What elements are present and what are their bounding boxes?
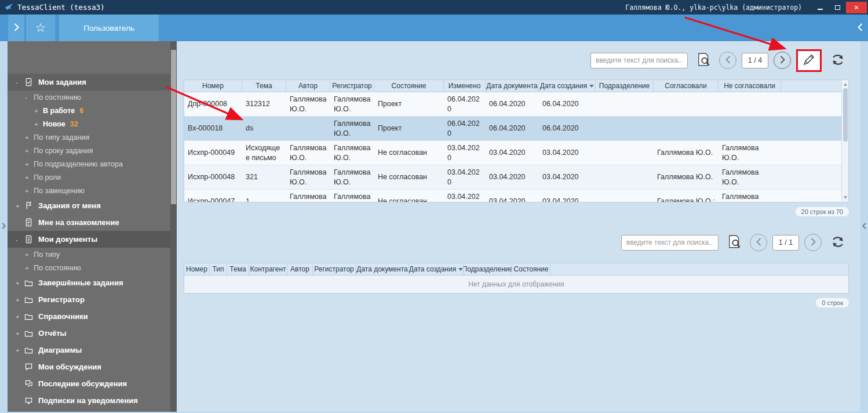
sidebar-item[interactable]: +По типу задания: [8, 131, 177, 144]
expand-marker[interactable]: +: [16, 296, 24, 303]
column-header[interactable]: Автор: [287, 263, 313, 275]
tab-user[interactable]: Пользователь: [59, 15, 159, 41]
scroll-down-icon[interactable]: [844, 196, 847, 199]
table-row[interactable]: Исхпр-000049Исходящее письмоГаллямова Ю.…: [184, 141, 841, 165]
left-splitter-grip[interactable]: [0, 218, 8, 234]
column-header[interactable]: Тема: [242, 80, 286, 92]
header-filler: [550, 263, 848, 275]
topbar: ☆ Пользователь: [0, 15, 868, 41]
expand-menu-button[interactable]: [8, 15, 24, 41]
sidebar-item[interactable]: +Задания от меня: [8, 197, 177, 214]
table-row[interactable]: Исхпр-000048321Галлямова Ю.О.Галлямова Ю…: [184, 165, 841, 190]
column-header[interactable]: Тема: [227, 263, 249, 275]
column-header[interactable]: Тип: [210, 263, 227, 275]
expand-marker[interactable]: +: [25, 251, 34, 258]
column-header[interactable]: Дата документа: [486, 80, 539, 92]
column-header[interactable]: Контрагент: [249, 263, 287, 275]
sidebar-item-label: По типу: [34, 251, 60, 259]
expand-marker[interactable]: +: [25, 134, 34, 141]
sidebar-item[interactable]: Мне на ознакомление: [8, 214, 177, 231]
column-header[interactable]: Дата документа: [356, 263, 409, 275]
sidebar-item[interactable]: -Мои документы: [8, 231, 177, 248]
expand-marker[interactable]: +: [25, 265, 34, 271]
column-header[interactable]: Не согласовали: [719, 80, 781, 92]
sidebar-item[interactable]: +По типу: [8, 248, 177, 261]
scroll-up-icon[interactable]: [844, 83, 847, 86]
refresh-button[interactable]: [827, 49, 849, 71]
table-cell: [596, 190, 654, 202]
table-scrollbar-thumb[interactable]: [843, 88, 848, 142]
table-row[interactable]: Исхпр-0000471Галлямова Ю.О.Галлямова Ю.О…: [184, 190, 841, 202]
search-input[interactable]: [590, 53, 688, 68]
sidebar-item[interactable]: +Диаграммы: [8, 342, 177, 358]
sidebar-item[interactable]: +По подразделению автора: [8, 157, 177, 171]
expand-marker[interactable]: -: [16, 79, 24, 86]
minimize-button[interactable]: [811, 2, 829, 13]
expand-marker[interactable]: +: [25, 187, 34, 194]
prev-page-button[interactable]: [719, 52, 736, 69]
sidebar-item[interactable]: +Отчёты: [8, 325, 177, 342]
sidebar-item[interactable]: -Мои задания: [8, 74, 177, 90]
prev-page-button[interactable]: [750, 234, 767, 251]
search-button[interactable]: [693, 50, 714, 70]
sidebar-scrollbar[interactable]: [170, 41, 177, 412]
column-header[interactable]: Дата создания: [539, 80, 596, 92]
expand-marker[interactable]: -: [16, 236, 24, 243]
sidebar-item[interactable]: +Справочники: [8, 308, 177, 325]
sidebar-item[interactable]: Последние обсуждения: [8, 375, 177, 392]
refresh-icon: [829, 50, 847, 71]
expand-marker[interactable]: +: [25, 161, 34, 168]
expand-marker[interactable]: +: [25, 174, 34, 181]
sidebar-item[interactable]: +Регистратор: [8, 291, 177, 308]
expand-marker[interactable]: +: [16, 330, 24, 337]
sidebar-item[interactable]: +По состоянию: [8, 261, 177, 274]
edit-view-button[interactable]: [798, 51, 820, 70]
column-header[interactable]: Согласовали: [654, 80, 719, 92]
right-splitter-grip[interactable]: [860, 218, 868, 234]
maximize-button[interactable]: [829, 2, 846, 13]
collapse-right-button[interactable]: [858, 15, 863, 41]
sidebar-item[interactable]: Подписки на уведомления: [8, 392, 177, 409]
column-header[interactable]: Регистратор: [313, 263, 356, 275]
refresh-button[interactable]: [827, 231, 849, 253]
sidebar-item[interactable]: +В работе6: [8, 104, 177, 117]
expand-marker[interactable]: -: [25, 94, 34, 101]
column-header[interactable]: Состояние: [512, 263, 550, 275]
next-page-button[interactable]: [804, 234, 822, 251]
row-count-badge: 0 строк: [816, 298, 849, 307]
sidebar-item[interactable]: Замещения: [8, 409, 177, 412]
expand-marker[interactable]: +: [34, 107, 43, 114]
column-header[interactable]: Подразделение: [596, 80, 654, 92]
sidebar-item[interactable]: +Новое32: [8, 117, 177, 131]
table-row[interactable]: Вх-000018dsГаллямова Ю.О.Проект06.04.202…: [184, 117, 841, 141]
expand-marker[interactable]: +: [16, 280, 24, 287]
sidebar-item[interactable]: +По роли: [8, 171, 177, 184]
column-header[interactable]: Автор: [286, 80, 330, 92]
sidebar-item[interactable]: +По замещению: [8, 184, 177, 197]
column-header[interactable]: Дата создания: [409, 263, 464, 275]
search-input-2[interactable]: [621, 235, 719, 251]
search-button[interactable]: [724, 233, 745, 252]
sidebar-scrollbar-thumb[interactable]: [171, 50, 176, 204]
column-header[interactable]: Номер: [184, 80, 242, 92]
sidebar-item[interactable]: +Завершённые задания: [8, 274, 177, 291]
expand-marker[interactable]: +: [16, 347, 24, 354]
column-header[interactable]: Номер: [184, 263, 210, 275]
expand-marker[interactable]: +: [16, 313, 24, 320]
column-header[interactable]: Состояние: [374, 80, 444, 92]
close-button[interactable]: ×: [846, 2, 867, 13]
expand-marker[interactable]: +: [16, 202, 24, 209]
expand-marker[interactable]: +: [25, 147, 34, 154]
column-header[interactable]: Подразделение: [464, 263, 512, 275]
sidebar-item[interactable]: -По состоянию: [8, 90, 177, 104]
sidebar-item[interactable]: Мои обсуждения: [8, 358, 177, 375]
favorites-button[interactable]: ☆: [26, 15, 55, 41]
table-row[interactable]: Дпр-000008312312Галлямова Ю.О.Галлямова …: [184, 92, 841, 117]
expand-marker[interactable]: +: [34, 121, 43, 128]
table-cell: 1: [242, 190, 286, 202]
column-header[interactable]: Регистратор: [330, 80, 374, 92]
next-page-button[interactable]: [774, 52, 791, 69]
column-header[interactable]: Изменено: [444, 80, 486, 92]
table-scrollbar[interactable]: [841, 80, 848, 202]
sidebar-item[interactable]: +По сроку задания: [8, 144, 177, 157]
